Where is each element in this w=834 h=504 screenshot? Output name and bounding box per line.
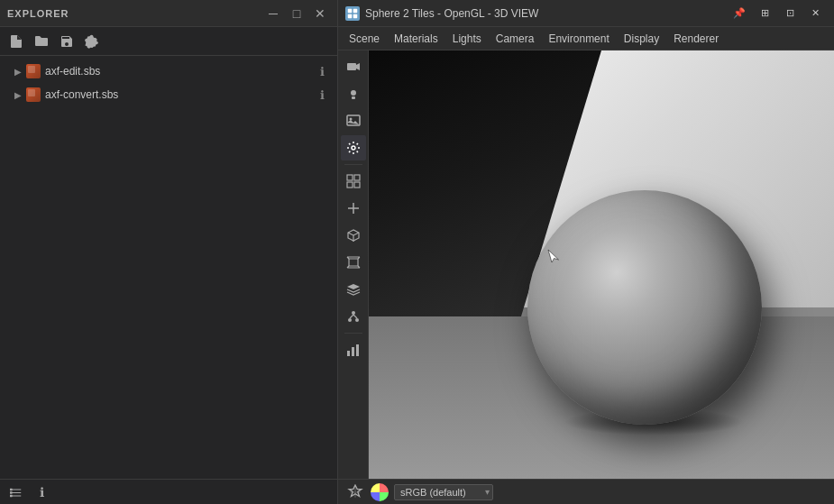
menu-renderer[interactable]: Renderer [666,31,726,47]
viewport-title-controls: 📌 ⊞ ⊡ ✕ [728,4,827,23]
svg-rect-16 [347,182,353,188]
explorer-toolbar [0,27,337,56]
svg-point-18 [352,311,355,315]
pin-button[interactable]: 📌 [728,4,751,23]
explorer-title: EXPLORER [7,8,69,19]
explorer-header-icons: ─ □ ✕ [263,4,330,23]
info-icon-axf-convert[interactable]: ℹ [314,87,330,103]
svg-rect-17 [354,182,360,188]
tree-item-name-axf-convert: axf-convert.sbs [45,88,314,101]
tree-item-name-axf-edit: axf-edit.sbs [45,65,314,78]
render-area[interactable] [369,50,834,479]
svg-rect-6 [353,14,358,18]
chart-tool-button[interactable] [341,337,366,362]
svg-rect-1 [10,491,13,494]
viewport-footer: sRGB (default) Linear ACEScg Filmic [338,479,834,504]
menu-scene[interactable]: Scene [342,31,387,47]
svg-rect-3 [348,8,353,13]
explorer-panel: EXPLORER ─ □ ✕ [0,0,338,504]
menu-materials[interactable]: Materials [387,31,445,47]
svg-point-20 [355,318,359,322]
svg-rect-21 [347,351,350,356]
viewport-content [338,50,834,479]
box2-tool-button[interactable] [341,250,366,275]
grid-tool-button[interactable] [341,169,366,194]
svg-point-13 [352,146,355,150]
save-button[interactable] [56,31,78,52]
substance-icon-axf-convert [25,87,41,103]
color-profile-icon [371,483,389,501]
explorer-footer: ℹ [0,479,337,504]
svg-rect-10 [352,96,355,99]
new-file-button[interactable] [5,31,27,52]
svg-marker-8 [356,63,360,70]
node-tool-button[interactable] [341,304,366,329]
new-folder-button[interactable] [31,31,52,52]
menu-camera[interactable]: Camera [489,31,542,47]
color-profile-select[interactable]: sRGB (default) Linear ACEScg Filmic [394,484,493,500]
light-tool-button[interactable] [341,81,366,106]
svg-point-19 [348,318,352,322]
tile-button[interactable]: ⊞ [753,4,776,23]
svg-rect-14 [347,175,353,180]
transform-tool-button[interactable] [341,196,366,221]
svg-rect-7 [347,63,356,70]
list-view-button[interactable] [7,483,25,501]
sphere-3d [527,190,762,425]
substance-icon-axf-edit [25,63,41,79]
viewport-title-icon [345,6,360,21]
info-icon-axf-edit[interactable]: ℹ [314,63,330,79]
restore-panel-button[interactable]: □ [287,4,307,23]
tree-item-axf-edit[interactable]: ▶ axf-edit.sbs ℹ [0,60,337,83]
tree-arrow-axf-edit: ▶ [11,64,25,78]
viewport-menubar: Scene Materials Lights Camera Environmen… [338,27,834,50]
toolbar-separator-1 [344,164,362,165]
camera-tool-button[interactable] [341,54,366,79]
box-tool-button[interactable] [341,223,366,248]
svg-rect-15 [354,175,360,180]
viewport-nav-button[interactable] [345,482,365,502]
image-tool-button[interactable] [341,108,366,133]
svg-rect-23 [356,344,359,356]
explorer-tree: ▶ axf-edit.sbs ℹ ▶ axf-convert.sbs ℹ [0,56,337,479]
svg-rect-4 [353,8,358,13]
svg-point-9 [351,90,356,96]
tree-item-axf-convert[interactable]: ▶ axf-convert.sbs ℹ [0,83,337,106]
settings-tool-button[interactable] [341,135,366,160]
svg-rect-5 [348,14,353,18]
explorer-settings-button[interactable] [81,31,103,52]
viewport-titlebar: Sphere 2 Tiles - OpenGL - 3D VIEW 📌 ⊞ ⊡ … [338,0,834,27]
close-panel-button[interactable]: ✕ [310,4,330,23]
layers-tool-button[interactable] [341,277,366,302]
viewport-panel: Sphere 2 Tiles - OpenGL - 3D VIEW 📌 ⊞ ⊡ … [338,0,834,504]
menu-lights[interactable]: Lights [445,31,489,47]
maximize-button[interactable]: ⊡ [778,4,802,23]
viewport-title-text: Sphere 2 Tiles - OpenGL - 3D VIEW [365,7,728,20]
svg-rect-0 [10,488,13,490]
menu-environment[interactable]: Environment [541,31,616,47]
minimize-panel-button[interactable]: ─ [263,4,283,23]
menu-display[interactable]: Display [617,31,666,47]
svg-rect-22 [352,347,354,356]
color-profile-select-wrapper: sRGB (default) Linear ACEScg Filmic [394,484,493,500]
info-footer-button[interactable]: ℹ [32,483,50,501]
explorer-header: EXPLORER ─ □ ✕ [0,0,337,27]
close-viewport-button[interactable]: ✕ [803,4,827,23]
toolbar-separator-2 [344,333,362,334]
svg-rect-2 [10,494,13,497]
tree-arrow-axf-convert: ▶ [11,87,25,102]
vertical-toolbar [338,50,369,479]
